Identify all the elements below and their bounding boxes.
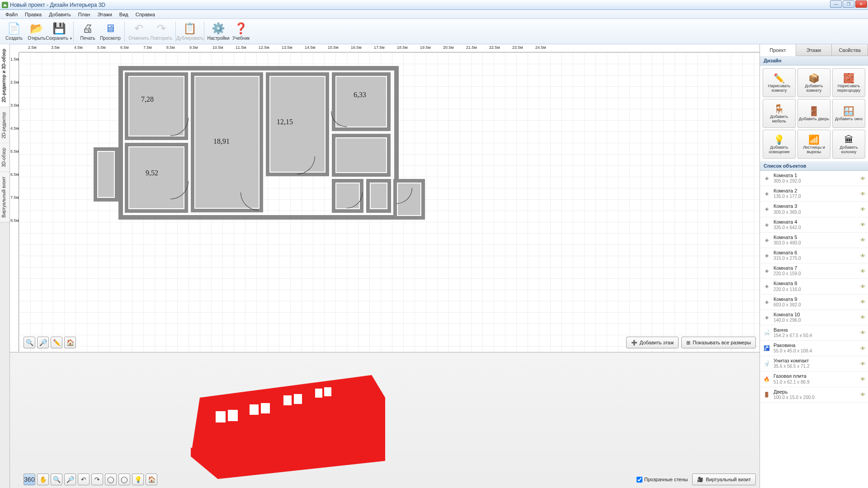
visibility-icon[interactable]: 👁	[860, 191, 865, 197]
design-tool-button[interactable]: 🪟Добавить окно	[832, 99, 865, 128]
menu-Справка[interactable]: Справка	[132, 11, 159, 18]
visibility-icon[interactable]: 👁	[860, 346, 865, 351]
object-row[interactable]: ◈Комната 3305.0 x 365.0👁	[760, 202, 868, 217]
object-icon: 🔥	[763, 375, 771, 383]
pan-button[interactable]: ✋	[37, 474, 49, 485]
visibility-icon[interactable]: 👁	[860, 268, 865, 274]
object-row[interactable]: 🚪Дверь100.0 x 15.0 x 200.0👁	[760, 387, 868, 403]
print-button[interactable]: 🖨Печать	[76, 20, 99, 43]
home-button[interactable]: 🏠	[64, 337, 76, 348]
visibility-icon[interactable]: 👁	[860, 392, 865, 397]
svg-marker-1	[191, 375, 385, 479]
vtab-3[interactable]: Виртуальный визит	[0, 172, 9, 223]
zoom-in-button[interactable]: 🔎	[37, 337, 49, 348]
zoom-in-3d-button[interactable]: 🔎	[64, 474, 76, 485]
object-row[interactable]: 🔥Газовая плита51.0 x 62.1 x 86.9👁	[760, 371, 868, 387]
object-row[interactable]: 🚽Унитаз компакт35.6 x 56.5 x 71.2👁	[760, 356, 868, 371]
visibility-icon[interactable]: 👁	[860, 330, 865, 335]
menu-План[interactable]: План	[75, 11, 94, 18]
visibility-icon[interactable]: 👁	[860, 176, 865, 181]
object-row[interactable]: ◈Комната 2135.0 x 177.0👁	[760, 186, 868, 202]
visibility-icon[interactable]: 👁	[860, 361, 865, 366]
design-tool-button[interactable]: 🏛Добавить колонну	[832, 130, 865, 159]
vtab-2[interactable]: 3D-обзор	[0, 143, 9, 172]
open-button[interactable]: 📂Открыть	[25, 20, 48, 43]
canvas-3d[interactable]: 360 ✋ 🔍 🔎 ↶ ↷ ◯ ◯ 💡 🏠 Прозрачные стены 🎥…	[10, 352, 760, 488]
tutorial-icon: ❓	[235, 22, 247, 35]
virtual-visit-button[interactable]: 🎥Виртуальный визит	[692, 474, 756, 485]
menu-Правка[interactable]: Правка	[21, 11, 45, 18]
visibility-icon[interactable]: 👁	[860, 376, 865, 382]
svg-rect-8	[294, 394, 302, 404]
maximize-button[interactable]: ❐	[843, 0, 854, 8]
visibility-icon[interactable]: 👁	[860, 222, 865, 227]
light-button[interactable]: 💡	[132, 474, 144, 485]
object-list[interactable]: ◈Комната 1305.0 x 292.0👁◈Комната 2135.0 …	[760, 171, 868, 488]
dimensions-icon: ⊞	[686, 340, 690, 346]
window-title: Новый проект - Дизайн Интерьера 3D	[10, 2, 105, 8]
canvas-2d-tools-left: 🔍 🔎 ✏️ 🏠	[24, 337, 76, 348]
minimize-button[interactable]: —	[830, 0, 842, 8]
vtab-1[interactable]: 2D-редактор	[0, 108, 9, 144]
save-button[interactable]: 💾Сохранить▼	[48, 20, 71, 43]
rtab-Этажи[interactable]: Этажи	[796, 44, 832, 56]
add-floor-button[interactable]: ➕Добавить этаж	[626, 337, 679, 348]
menu-Файл[interactable]: Файл	[2, 11, 21, 18]
rotate-left-button[interactable]: ↶	[78, 474, 90, 485]
design-tool-button[interactable]: 🪑Добавить мебель	[763, 99, 796, 128]
menu-Вид[interactable]: Вид	[116, 11, 132, 18]
zoom-out-3d-button[interactable]: 🔍	[51, 474, 62, 485]
object-row[interactable]: ◈Комната 8220.0 x 116.0👁	[760, 279, 868, 294]
object-row[interactable]: ◈Комната 9603.0 x 382.0👁	[760, 295, 868, 310]
vtab-0[interactable]: 2D-редактор и 3D-обзор	[0, 44, 9, 108]
visibility-icon[interactable]: 👁	[860, 253, 865, 258]
visibility-icon[interactable]: 👁	[860, 314, 865, 320]
design-tool-button[interactable]: 📶Лестницы и вырезы	[797, 130, 830, 159]
object-row[interactable]: ◈Комната 1305.0 x 292.0👁	[760, 171, 868, 186]
rtab-Проект[interactable]: Проект	[760, 44, 796, 56]
preview-button[interactable]: 🖥Просмотр	[99, 20, 122, 43]
svg-rect-4	[228, 410, 238, 421]
canvas-2d[interactable]: 2.5м3.5м4.5м5.5м6.5м7.5м8.5м9.5м10.5м11.…	[10, 44, 760, 352]
svg-rect-10	[324, 387, 331, 396]
settings-button[interactable]: ⚙️Настройки	[207, 20, 230, 43]
object-row[interactable]: 🛁Ванна154.2 x 67.5 x 50.4👁	[760, 325, 868, 341]
menu-Этажи[interactable]: Этажи	[94, 11, 115, 18]
lasso2-button[interactable]: ◯	[118, 474, 130, 485]
visibility-icon[interactable]: 👁	[860, 237, 865, 243]
duplicate-button: 📋Дублировать	[179, 20, 201, 43]
edit-button[interactable]: ✏️	[51, 337, 62, 348]
view-360-button[interactable]: 360	[24, 474, 35, 485]
object-row[interactable]: ◈Комната 5303.0 x 480.0👁	[760, 233, 868, 248]
menu-Добавить[interactable]: Добавить	[45, 11, 75, 18]
close-button[interactable]: ✕	[855, 0, 867, 8]
design-tool-button[interactable]: 📦Добавить комнату	[797, 68, 830, 97]
object-row[interactable]: ◈Комната 7220.0 x 159.0👁	[760, 263, 868, 279]
house-3d-model	[191, 371, 390, 479]
design-tool-button[interactable]: 🧱Нарисовать перегородку	[832, 68, 865, 97]
visibility-icon[interactable]: 👁	[860, 299, 865, 305]
tutorial-button[interactable]: ❓Учебник	[230, 20, 252, 43]
design-tool-button[interactable]: 💡Добавить освещение	[763, 130, 796, 159]
transparent-walls-checkbox[interactable]: Прозрачные стены	[637, 477, 688, 483]
visibility-icon[interactable]: 👁	[860, 284, 865, 289]
show-dimensions-button[interactable]: ⊞Показывать все размеры	[681, 337, 756, 348]
design-tool-button[interactable]: 🚪Добавить дверь	[797, 99, 830, 128]
room-label: 7,28	[141, 95, 154, 103]
grid-area[interactable]: 7,2818,9112,156,339,52	[19, 52, 760, 352]
design-tool-button[interactable]: ✏️Нарисовать комнату	[763, 68, 796, 97]
object-row[interactable]: 🚰Раковина55.0 x 45.0 x 108.4👁	[760, 341, 868, 356]
visibility-icon[interactable]: 👁	[860, 206, 865, 212]
floorplan[interactable]: 7,2818,9112,156,339,52	[118, 66, 435, 220]
lasso-button[interactable]: ◯	[105, 474, 117, 485]
rtab-Свойства[interactable]: Свойства	[832, 44, 868, 56]
save-icon: 💾	[53, 22, 66, 35]
object-icon: ◈	[763, 174, 771, 183]
rotate-right-button[interactable]: ↷	[91, 474, 103, 485]
create-button[interactable]: 📄Создать	[3, 20, 25, 43]
home-3d-button[interactable]: 🏠	[146, 474, 157, 485]
zoom-out-button[interactable]: 🔍	[24, 337, 35, 348]
object-row[interactable]: ◈Комната 10140.0 x 296.0👁	[760, 310, 868, 325]
object-row[interactable]: ◈Комната 6315.0 x 275.0👁	[760, 248, 868, 263]
object-row[interactable]: ◈Комната 4335.0 x 642.0👁	[760, 217, 868, 233]
